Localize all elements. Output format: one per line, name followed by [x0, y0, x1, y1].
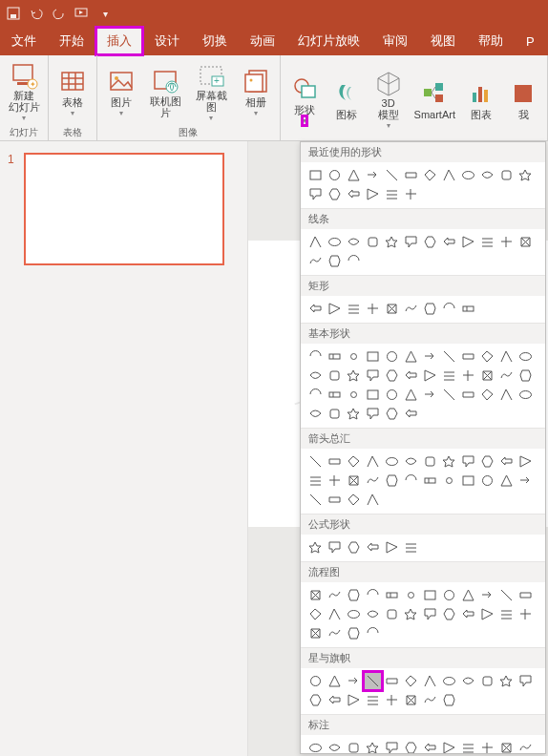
tab-2[interactable]: 插入 [95, 27, 143, 55]
shape-item[interactable] [440, 166, 458, 184]
shape-item[interactable] [306, 624, 325, 642]
online-pictures-button[interactable]: 联机图片 [143, 59, 187, 124]
shape-item[interactable] [402, 405, 420, 423]
shape-item[interactable] [345, 624, 363, 642]
shape-item[interactable] [421, 672, 439, 690]
shape-item[interactable] [345, 185, 363, 203]
shape-item[interactable] [364, 386, 382, 404]
shape-item[interactable] [345, 452, 363, 471]
tab-4[interactable]: 切换 [191, 27, 239, 55]
shape-item[interactable] [345, 300, 363, 318]
shape-item[interactable] [497, 166, 516, 184]
shape-item[interactable] [440, 691, 458, 709]
shape-item[interactable] [383, 185, 401, 203]
shape-item[interactable] [326, 166, 344, 184]
shape-item[interactable] [421, 739, 439, 754]
dropdown-arrow[interactable]: ▾ [254, 109, 258, 117]
shape-item[interactable] [306, 347, 325, 366]
shape-item[interactable] [440, 452, 458, 471]
shape-item[interactable] [516, 166, 535, 184]
shape-item[interactable] [497, 672, 516, 690]
shape-item[interactable] [440, 586, 458, 604]
shape-item[interactable] [402, 233, 420, 251]
shape-item[interactable] [383, 166, 401, 184]
shape-item[interactable] [383, 691, 401, 709]
shape-item[interactable] [459, 739, 477, 754]
dropdown-arrow[interactable]: ▾ [303, 116, 306, 125]
shape-item[interactable] [306, 691, 325, 709]
shape-item[interactable] [516, 452, 535, 471]
shape-item[interactable] [326, 605, 344, 623]
shape-item[interactable] [345, 605, 363, 623]
shape-item[interactable] [516, 386, 535, 404]
shape-item[interactable] [345, 491, 363, 509]
tab-1[interactable]: 开始 [48, 27, 95, 55]
shape-item[interactable] [345, 586, 363, 604]
shape-item[interactable] [345, 367, 363, 385]
shape-item[interactable] [440, 347, 458, 366]
tab-5[interactable]: 动画 [239, 27, 286, 55]
shape-item[interactable] [383, 300, 401, 318]
shape-item[interactable] [364, 491, 382, 509]
shape-item[interactable] [459, 347, 477, 366]
shapes-button[interactable]: 形状▾ [285, 67, 325, 132]
shape-item[interactable] [402, 605, 420, 623]
shape-item[interactable] [326, 691, 344, 709]
dropdown-arrow[interactable]: ▾ [22, 114, 26, 122]
shape-item[interactable] [306, 452, 325, 471]
shape-item[interactable] [364, 691, 382, 709]
shape-item[interactable] [516, 233, 535, 251]
shape-item[interactable] [306, 386, 325, 404]
shape-item[interactable] [326, 624, 344, 642]
shape-item[interactable] [497, 233, 516, 251]
shape-item[interactable] [306, 672, 325, 690]
shape-item[interactable] [497, 347, 516, 366]
dropdown-arrow[interactable]: ▾ [209, 114, 213, 122]
shape-item[interactable] [402, 367, 420, 385]
shape-item[interactable] [421, 166, 439, 184]
shape-item[interactable] [478, 605, 496, 623]
shape-item[interactable] [326, 739, 344, 754]
shape-item[interactable] [326, 347, 344, 366]
shape-item[interactable] [383, 452, 401, 471]
shape-item[interactable] [306, 405, 325, 423]
shape-item[interactable] [459, 300, 477, 318]
shape-item[interactable] [478, 166, 496, 184]
shape-item[interactable] [459, 367, 477, 385]
dropdown-arrow[interactable]: ▾ [387, 121, 390, 130]
shape-item[interactable] [497, 586, 516, 604]
shape-item[interactable] [326, 252, 344, 270]
chart-button[interactable]: 图表 [461, 67, 501, 132]
shape-item[interactable] [326, 233, 344, 251]
shape-item[interactable] [364, 672, 382, 690]
tab-3[interactable]: 设计 [143, 27, 191, 55]
shape-item[interactable] [306, 367, 325, 385]
shape-item[interactable] [421, 233, 439, 251]
shape-item[interactable] [345, 672, 363, 690]
shape-item[interactable] [459, 452, 477, 471]
tab-8[interactable]: 视图 [419, 27, 467, 55]
shape-item[interactable] [364, 347, 382, 366]
shape-item[interactable] [345, 386, 363, 404]
shape-item[interactable] [326, 491, 344, 509]
photo-album-button[interactable]: 相册▾ [236, 59, 276, 124]
shape-item[interactable] [421, 367, 439, 385]
shape-item[interactable] [345, 739, 363, 754]
undo-icon[interactable] [29, 6, 44, 21]
tab-6[interactable]: 幻灯片放映 [286, 27, 371, 55]
shape-item[interactable] [345, 405, 363, 423]
shape-item[interactable] [345, 252, 363, 270]
redo-icon[interactable] [52, 6, 67, 21]
icons-button[interactable]: 图标 [327, 67, 367, 132]
shape-item[interactable] [478, 386, 496, 404]
shape-item[interactable] [516, 586, 535, 604]
shape-item[interactable] [345, 538, 363, 556]
shape-item[interactable] [440, 300, 458, 318]
shape-item[interactable] [383, 739, 401, 754]
shape-item[interactable] [383, 347, 401, 366]
tab-7[interactable]: 审阅 [371, 27, 419, 55]
shape-item[interactable] [364, 452, 382, 471]
shape-item[interactable] [364, 624, 382, 642]
my-addins-button[interactable]: 我 [503, 67, 543, 132]
shape-item[interactable] [402, 386, 420, 404]
